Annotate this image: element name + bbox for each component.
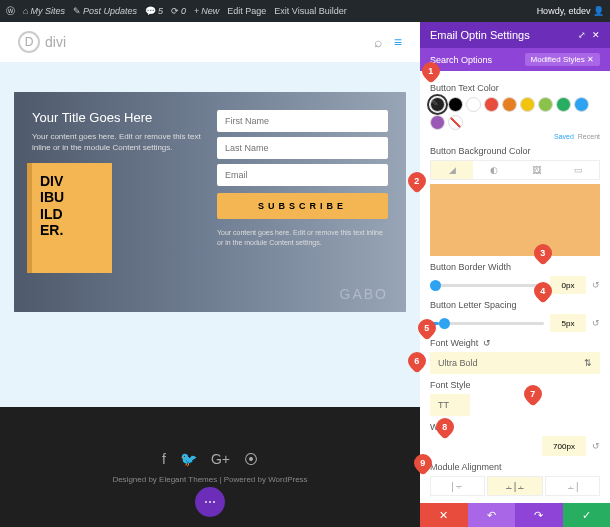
color-swatches: ✎ <box>430 97 600 130</box>
color-swatch[interactable] <box>448 97 463 112</box>
book-image: DIV IBU ILD ER. <box>32 163 112 273</box>
expand-icon[interactable]: ⤢ <box>578 30 586 40</box>
bg-gradient-tab[interactable]: ◐ <box>473 161 515 179</box>
optin-desc: Your content goes here. Edit or remove t… <box>32 131 203 153</box>
align-left-button[interactable]: |⫟ <box>430 476 485 496</box>
bg-color-tab[interactable]: ◢ <box>431 161 473 179</box>
color-swatch[interactable] <box>502 97 517 112</box>
border-width-input[interactable] <box>550 276 586 294</box>
wp-admin-bar: ⓦ ⌂ My Sites ✎ Post Updates 💬 5 ⟳ 0 + Ne… <box>0 0 610 22</box>
footer-credit: Designed by Elegant Themes | Powered by … <box>112 475 307 484</box>
border-width-slider[interactable] <box>430 284 544 287</box>
email-field[interactable] <box>217 164 388 186</box>
modified-filter[interactable]: Modified Styles ✕ <box>525 53 600 66</box>
new-link[interactable]: + New <box>194 6 219 16</box>
builder-fab[interactable]: ⋯ <box>195 487 225 517</box>
alignment-label: Module Alignment <box>430 462 600 472</box>
save-button[interactable]: ✓ <box>563 503 611 527</box>
panel-subheader: Search Options Modified Styles ✕ <box>420 48 610 71</box>
panel-footer: ✕ ↶ ↷ ✓ <box>420 503 610 527</box>
post-updates-link[interactable]: ✎ Post Updates <box>73 6 137 16</box>
bg-video-tab[interactable]: ▭ <box>557 161 599 179</box>
align-center-button[interactable]: ⫠|⫠ <box>487 476 542 496</box>
menu-icon[interactable]: ≡ <box>394 34 402 50</box>
reset-icon[interactable]: ↺ <box>592 441 600 451</box>
my-sites-link[interactable]: ⌂ My Sites <box>23 6 65 16</box>
color-swatch[interactable] <box>466 97 481 112</box>
letter-spacing-slider[interactable] <box>430 322 544 325</box>
color-swatch[interactable] <box>574 97 589 112</box>
color-swatch[interactable] <box>538 97 553 112</box>
color-swatch[interactable] <box>430 115 445 130</box>
last-name-field[interactable] <box>217 137 388 159</box>
twitter-icon[interactable]: 🐦 <box>180 451 197 467</box>
color-swatch[interactable] <box>484 97 499 112</box>
letter-spacing-label: Button Letter Spacing <box>430 300 600 310</box>
align-right-button[interactable]: ⫠| <box>545 476 600 496</box>
facebook-icon[interactable]: f <box>162 451 166 467</box>
first-name-field[interactable] <box>217 110 388 132</box>
redo-button[interactable]: ↷ <box>515 503 563 527</box>
recent-tab[interactable]: Recent <box>578 133 600 140</box>
exit-builder-link[interactable]: Exit Visual Builder <box>274 6 346 16</box>
close-icon[interactable]: ✕ <box>592 30 600 40</box>
panel-title: Email Optin Settings <box>430 29 530 41</box>
watermark: GABO <box>340 286 388 302</box>
reset-icon[interactable]: ↺ <box>592 280 600 290</box>
width-input[interactable] <box>542 436 586 456</box>
subscribe-button[interactable]: SUBSCRIBE <box>217 193 388 219</box>
color-swatch[interactable] <box>520 97 535 112</box>
divi-logo[interactable]: Ddivi <box>18 31 66 53</box>
search-icon[interactable]: ⌕ <box>374 34 382 50</box>
text-color-label: Button Text Color <box>430 83 600 93</box>
site-header: Ddivi ⌕ ≡ <box>0 22 420 62</box>
font-weight-select[interactable]: Ultra Bold⇅ <box>430 352 600 374</box>
optin-footer-text: Your content goes here. Edit or remove t… <box>217 228 388 248</box>
search-options[interactable]: Search Options <box>430 55 492 65</box>
color-swatch[interactable] <box>556 97 571 112</box>
bg-image-tab[interactable]: 🖼 <box>515 161 557 179</box>
width-label: Width <box>430 422 600 432</box>
page-preview: Ddivi ⌕ ≡ Your Title Goes Here Your cont… <box>0 22 420 527</box>
color-swatch-none[interactable] <box>448 115 463 130</box>
bg-color-label: Button Background Color <box>430 146 600 156</box>
settings-panel: Email Optin Settings ⤢ ✕ Search Options … <box>420 22 610 527</box>
rss-icon[interactable]: ⦿ <box>244 451 258 467</box>
letter-spacing-input[interactable] <box>550 314 586 332</box>
panel-header: Email Optin Settings ⤢ ✕ <box>420 22 610 48</box>
howdy-user[interactable]: Howdy, etdev 👤 <box>537 6 604 16</box>
discard-button[interactable]: ✕ <box>420 503 468 527</box>
updates-count[interactable]: ⟳ 0 <box>171 6 186 16</box>
email-optin-module[interactable]: Your Title Goes Here Your content goes h… <box>14 92 406 312</box>
undo-button[interactable]: ↶ <box>468 503 516 527</box>
reset-icon[interactable]: ↺ <box>592 318 600 328</box>
wp-logo[interactable]: ⓦ <box>6 5 15 18</box>
border-width-label: Button Border Width <box>430 262 600 272</box>
bg-color-preview[interactable] <box>430 184 600 256</box>
font-weight-label: Font Weight ↺ <box>430 338 600 348</box>
font-style-label: Font Style <box>430 380 600 390</box>
saved-tab[interactable]: Saved <box>554 133 574 140</box>
edit-page-link[interactable]: Edit Page <box>227 6 266 16</box>
optin-title: Your Title Goes Here <box>32 110 203 125</box>
color-swatch-pick[interactable]: ✎ <box>430 97 445 112</box>
font-style-tt[interactable]: TT <box>430 394 470 416</box>
google-icon[interactable]: G+ <box>211 451 230 467</box>
comments-count[interactable]: 💬 5 <box>145 6 163 16</box>
